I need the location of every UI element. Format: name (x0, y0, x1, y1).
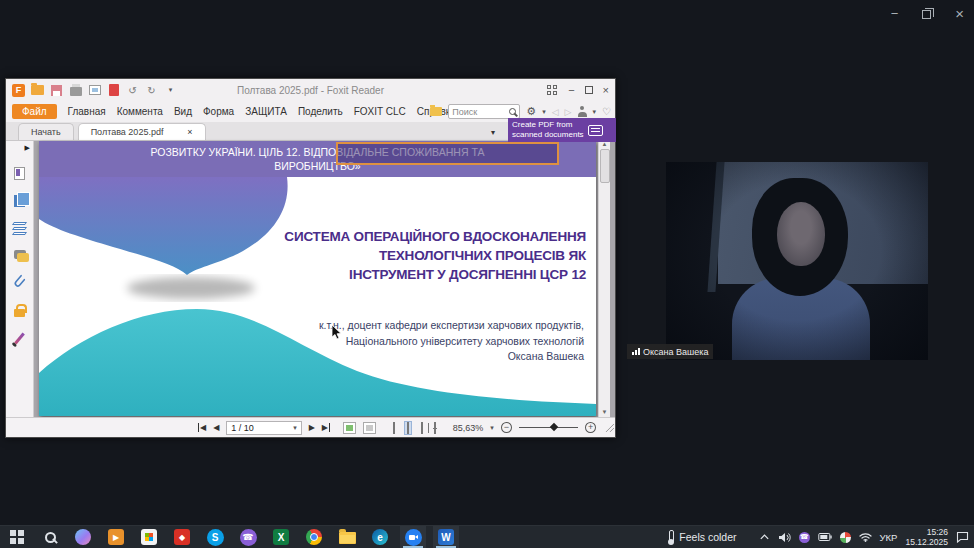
wifi-icon[interactable] (859, 532, 872, 542)
volume-icon[interactable] (778, 532, 791, 543)
viber-tray-icon[interactable]: ☎ (799, 532, 810, 543)
layers-icon[interactable] (13, 222, 26, 235)
taskbar-chrome[interactable] (301, 526, 327, 548)
account-icon[interactable] (578, 106, 587, 117)
attachments-icon[interactable] (10, 272, 30, 292)
menu-file[interactable]: Файл (12, 104, 57, 119)
resize-grip[interactable] (605, 423, 615, 433)
windows-logo-icon (10, 530, 24, 544)
tab-document[interactable]: Полтава 2025.pdf × (78, 123, 206, 140)
start-button[interactable] (4, 526, 30, 548)
taskbar-media-player[interactable]: ▶ (103, 526, 129, 548)
security-tray-icon[interactable] (840, 532, 851, 543)
zoom-level-value[interactable]: 85,63% (453, 423, 484, 433)
slide-author-line2: Національного університету харчових техн… (346, 335, 584, 347)
gear-icon[interactable]: ⚙ (526, 105, 536, 118)
tray-expand-chevron-icon[interactable] (759, 532, 770, 542)
language-indicator[interactable]: УКР (880, 532, 898, 543)
prev-page-button[interactable]: ◀ (213, 423, 219, 432)
zoom-in-button[interactable]: + (585, 422, 596, 433)
save-icon[interactable] (51, 85, 62, 96)
customize-toolbar-caret-icon[interactable]: ▾ (164, 84, 177, 97)
taskbar-skype[interactable]: S (202, 526, 228, 548)
previous-view-icon[interactable] (343, 422, 356, 434)
facing-view-button[interactable] (419, 422, 425, 434)
taskbar-excel[interactable]: X (268, 526, 294, 548)
taskbar-microsoft-store[interactable] (136, 526, 162, 548)
menu-protect[interactable]: ЗАЩИТА (245, 106, 287, 117)
page-number-input[interactable]: 1 / 10 ▾ (226, 421, 301, 435)
menu-form[interactable]: Форма (203, 106, 234, 117)
taskbar-search-button[interactable] (37, 526, 63, 548)
favorites-heart-icon[interactable]: ♡ (602, 106, 611, 117)
taskbar-zoom[interactable] (400, 526, 426, 548)
taskbar-viber[interactable]: ☎ (235, 526, 261, 548)
chrome-icon (306, 529, 322, 545)
continuous-view-button[interactable] (404, 421, 412, 435)
pdf-document-icon[interactable] (109, 84, 119, 96)
menu-view[interactable]: Вид (174, 106, 192, 117)
restore-button[interactable] (922, 10, 931, 19)
tab-start[interactable]: Начать (18, 123, 74, 140)
first-page-button[interactable]: ◀ (198, 423, 206, 432)
open-file-icon[interactable] (31, 85, 44, 95)
close-button[interactable]: × (955, 6, 964, 22)
redo-icon[interactable]: ↻ (145, 84, 158, 97)
foxit-close-button[interactable]: × (603, 84, 609, 96)
pages-icon[interactable] (14, 195, 25, 207)
signature-icon[interactable] (14, 333, 25, 345)
gear-caret-icon[interactable]: ▾ (542, 108, 546, 116)
foxit-logo-icon[interactable]: F (12, 84, 25, 97)
viber-icon: ☎ (240, 529, 257, 546)
comments-icon[interactable] (14, 250, 26, 259)
page-caret-icon[interactable]: ▾ (293, 424, 297, 432)
zoom-slider-handle[interactable] (550, 423, 558, 431)
microsoft-store-icon (141, 529, 157, 545)
search-input[interactable]: Поиск (448, 104, 520, 119)
menu-home[interactable]: Главная (68, 106, 106, 117)
zoom-caret-icon[interactable]: ▾ (490, 424, 494, 432)
print-icon[interactable] (70, 87, 82, 96)
minimize-button[interactable]: − (891, 6, 899, 22)
scrollbar-thumb[interactable] (600, 149, 610, 183)
menu-comments[interactable]: Коммента (117, 106, 163, 117)
taskbar-edge[interactable]: e (367, 526, 393, 548)
taskbar-red-app[interactable]: ◆ (169, 526, 195, 548)
history-forward-icon[interactable]: ▷ (565, 107, 572, 117)
folder-search-icon[interactable] (430, 107, 442, 116)
menu-foxit-cloud[interactable]: FOXIT CLC (354, 106, 406, 117)
bookmarks-icon[interactable] (14, 167, 25, 180)
undo-icon[interactable]: ↺ (126, 84, 139, 97)
single-page-view-button[interactable] (391, 422, 397, 434)
next-view-icon[interactable] (363, 422, 376, 434)
battery-icon[interactable] (818, 532, 832, 542)
foxit-minimize-button[interactable]: − (568, 84, 574, 96)
search-highlight-box (336, 142, 559, 165)
slide-author-line3: Оксана Вашека (508, 350, 584, 362)
taskbar-file-explorer[interactable] (334, 526, 360, 548)
foxit-restore-button[interactable] (585, 86, 593, 94)
menu-share[interactable]: Поделить (298, 106, 343, 117)
split-view-button[interactable] (432, 422, 438, 434)
create-pdf-banner[interactable]: Create PDF from scanned documents (508, 118, 616, 142)
search-icon[interactable] (509, 108, 516, 115)
zoom-slider[interactable] (519, 427, 578, 428)
scroll-down-icon[interactable]: ▼ (602, 409, 608, 415)
vertical-scrollbar[interactable]: ▲ ▼ (598, 141, 610, 417)
taskbar-word[interactable]: W (433, 526, 459, 548)
security-lock-icon[interactable] (14, 309, 25, 317)
account-caret-icon[interactable]: ▾ (593, 108, 597, 116)
clock-widget[interactable]: 15:26 15.12.2025 (905, 527, 948, 547)
zoom-out-button[interactable]: − (501, 422, 512, 433)
taskbar-copilot[interactable] (70, 526, 96, 548)
export-icon[interactable] (89, 85, 101, 95)
last-page-button[interactable]: ▶ (322, 423, 330, 432)
weather-widget[interactable]: Feels colder (667, 530, 736, 545)
tab-close-icon[interactable]: × (187, 127, 192, 137)
layout-grid-icon[interactable] (547, 85, 558, 96)
tab-list-caret-icon[interactable]: ▾ (491, 128, 495, 137)
panel-collapse-icon[interactable]: ▶ (25, 144, 30, 152)
history-back-icon[interactable]: ◁ (552, 107, 559, 117)
next-page-button[interactable]: ▶ (309, 423, 315, 432)
notification-center-icon[interactable] (956, 531, 969, 543)
